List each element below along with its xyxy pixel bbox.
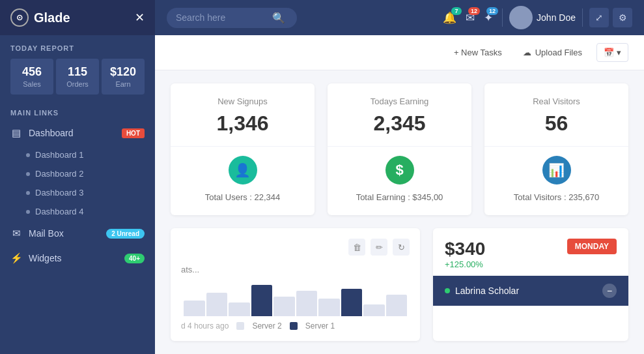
chart-time: d 4 hours ago	[181, 321, 229, 331]
sidebar-logo: ⊙ Glade	[10, 8, 70, 27]
topbar: 🔍 🔔 7 ✉ 12 ✦ 12 John Doe ⤢ ⚙	[155, 0, 644, 35]
settings-button[interactable]: ⚙	[613, 8, 632, 27]
earning-label: Todays Earning	[341, 96, 458, 106]
page-body: + New Tasks ☁ Upload Files 📅 ▾ New Signu…	[155, 35, 644, 354]
user-row-name: Labrina Scholar	[455, 286, 519, 296]
widgets-label: Widgets	[29, 253, 62, 263]
earn-value: $120	[105, 65, 141, 79]
sidebar-header: ⊙ Glade ✕	[0, 0, 155, 35]
sales-value: 456	[14, 65, 49, 79]
dot-icon	[26, 191, 30, 195]
bottom-row: 🗑 ✏ ↻ ats...	[155, 215, 644, 354]
user-name[interactable]: John Doe	[537, 12, 576, 23]
topbar-divider2	[582, 8, 583, 27]
sales-label: Sales	[14, 80, 49, 88]
stats-row: New Signups 1,346 👤 Total Users : 22,344…	[155, 70, 644, 215]
dashboard4-label: Dashboard 4	[35, 207, 83, 216]
signups-label: New Signups	[184, 96, 301, 106]
new-tasks-button[interactable]: + New Tasks	[447, 44, 509, 61]
report-card-orders: 115 Orders	[56, 59, 99, 95]
earning-value: 2,345	[341, 111, 458, 136]
star-badge: 12	[486, 7, 498, 15]
dashboard2-label: Dashboard 2	[35, 169, 83, 179]
mail-icon: ✉	[10, 228, 22, 239]
sidebar-item-mailbox[interactable]: ✉ Mail Box 2 Unread	[0, 221, 155, 246]
sidebar-item-dashboard3[interactable]: Dashboard 3	[0, 183, 155, 202]
topbar-divider	[502, 8, 503, 27]
chat-placeholder-text: ats...	[181, 262, 410, 277]
earn-label: Earn	[105, 80, 141, 88]
widgets-icon: ⚡	[10, 252, 22, 264]
monday-badge: MONDAY	[567, 239, 617, 254]
signups-footer: Total Users : 22,344	[184, 192, 301, 202]
sidebar-item-dashboard1[interactable]: Dashboard 1	[0, 145, 155, 164]
dashboard-hot-badge: HOT	[122, 128, 145, 138]
dot-icon	[26, 172, 30, 176]
chart-area	[181, 277, 410, 316]
stat-card-visitors: Real Visitors 56 📊 Total Visitors : 235,…	[484, 83, 628, 215]
legend-server1-dot	[290, 322, 298, 330]
topbar-icons: 🔔 7 ✉ 12 ✦ 12 John Doe ⤢ ⚙	[440, 6, 632, 29]
chart-legend: d 4 hours ago Server 2 Server 1	[181, 321, 410, 331]
report-card-earn: $120 Earn	[102, 59, 145, 95]
stat-card-earning: Todays Earning 2,345 $ Total Earning : $…	[328, 83, 471, 215]
legend-server2-dot	[236, 322, 244, 330]
search-input[interactable]	[176, 12, 267, 23]
search-box[interactable]: 🔍	[167, 8, 297, 28]
legend-server2-label: Server 2	[252, 321, 281, 331]
main-content: 🔍 🔔 7 ✉ 12 ✦ 12 John Doe ⤢ ⚙	[155, 0, 644, 354]
sidebar-item-dashboard4[interactable]: Dashboard 4	[0, 202, 155, 221]
legend-server1-label: Server 1	[305, 321, 335, 331]
visitors-footer: Total Visitors : 235,670	[497, 192, 615, 202]
signups-value: 1,346	[184, 111, 301, 136]
action-bar: + New Tasks ☁ Upload Files 📅 ▾	[155, 35, 644, 70]
stat-divider	[171, 146, 315, 147]
search-icon: 🔍	[272, 12, 285, 24]
calendar-button[interactable]: 📅 ▾	[596, 43, 628, 62]
dashboard-label: Dashboard	[29, 128, 74, 138]
upload-icon: ☁	[523, 48, 531, 57]
mailbox-label: Mail Box	[29, 228, 64, 239]
sidebar-close-button[interactable]: ✕	[135, 10, 145, 25]
report-cards: 456 Sales 115 Orders $120 Earn	[10, 59, 145, 95]
fullscreen-button[interactable]: ⤢	[589, 8, 609, 27]
chart-edit-button[interactable]: ✏	[371, 239, 387, 256]
earning-icon: $	[385, 156, 414, 184]
dashboard-icon: ▤	[10, 127, 22, 139]
dashboard1-label: Dashboard 1	[35, 150, 83, 160]
main-links-label: MAIN LINKS	[0, 101, 155, 121]
logo-text: Glade	[34, 10, 70, 25]
notification-button[interactable]: 🔔 7	[440, 8, 459, 27]
dropdown-icon: ▾	[617, 48, 621, 57]
side-card-header: $340 +125.00% MONDAY	[433, 228, 628, 276]
dot-icon	[26, 210, 30, 214]
upload-files-label: Upload Files	[535, 48, 582, 57]
visitors-value: 56	[497, 111, 615, 136]
chart-delete-button[interactable]: 🗑	[348, 239, 365, 256]
logo-icon: ⊙	[10, 8, 29, 27]
user-avatar[interactable]	[509, 6, 533, 29]
today-report-label: TODAY REPORT	[10, 44, 145, 52]
sidebar-item-dashboard2[interactable]: Dashboard 2	[0, 164, 155, 183]
chart-refresh-button[interactable]: ↻	[393, 239, 410, 256]
dashboard3-label: Dashboard 3	[35, 188, 83, 198]
email-button[interactable]: ✉ 12	[463, 8, 477, 27]
user-online-indicator	[445, 288, 450, 293]
notification-badge: 7	[451, 7, 462, 15]
orders-label: Orders	[60, 80, 95, 88]
star-button[interactable]: ✦ 12	[481, 8, 496, 27]
visitors-label: Real Visitors	[497, 96, 615, 106]
signups-icon: 👤	[229, 156, 257, 184]
user-row: Labrina Scholar −	[433, 276, 628, 306]
side-value: $340	[445, 239, 485, 259]
user-minus-button[interactable]: −	[602, 284, 617, 298]
side-change: +125.00%	[445, 259, 485, 269]
upload-files-button[interactable]: ☁ Upload Files	[516, 44, 589, 61]
dot-icon	[26, 153, 30, 157]
sidebar-item-dashboard[interactable]: ▤ Dashboard HOT	[0, 121, 155, 145]
visitors-icon: 📊	[542, 156, 571, 184]
today-report-section: TODAY REPORT 456 Sales 115 Orders $120 E…	[0, 35, 155, 101]
calendar-icon: 📅	[604, 48, 614, 57]
sidebar-item-widgets[interactable]: ⚡ Widgets 40+	[0, 246, 155, 271]
stat-divider2	[328, 146, 471, 147]
